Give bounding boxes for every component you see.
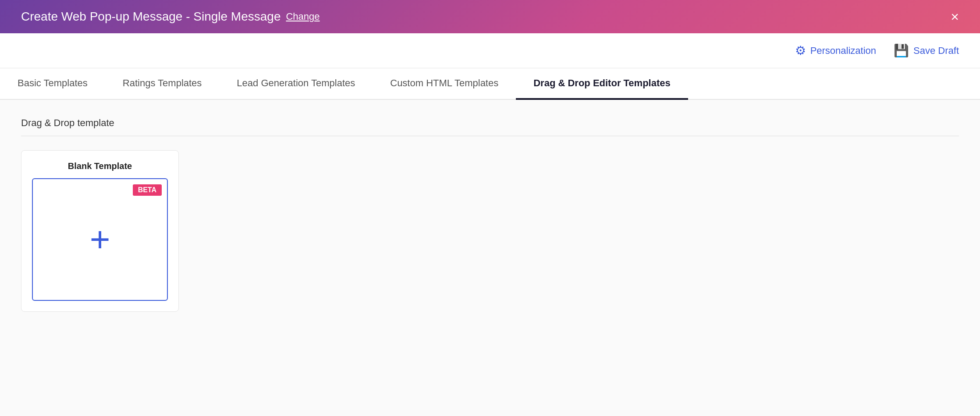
template-card-blank[interactable]: Blank Template BETA + (21, 150, 179, 312)
plus-icon: + (90, 222, 110, 257)
header-title-group: Create Web Pop-up Message - Single Messa… (21, 10, 320, 24)
modal-title: Create Web Pop-up Message - Single Messa… (21, 10, 281, 24)
tab-drag-drop[interactable]: Drag & Drop Editor Templates (516, 68, 688, 100)
gear-icon: ⚙ (795, 43, 806, 58)
content-area: Drag & Drop template Blank Template BETA… (0, 100, 980, 416)
close-button[interactable]: × (951, 10, 959, 24)
tab-basic[interactable]: Basic Templates (0, 68, 105, 100)
personalization-label: Personalization (810, 45, 876, 56)
tab-custom-html[interactable]: Custom HTML Templates (373, 68, 516, 100)
template-card-title: Blank Template (32, 161, 168, 171)
modal-header: Create Web Pop-up Message - Single Messa… (0, 0, 980, 33)
tabs-container: Basic Templates Ratings Templates Lead G… (0, 68, 980, 100)
save-draft-button[interactable]: 💾 Save Draft (894, 43, 959, 58)
template-preview[interactable]: BETA + (32, 178, 168, 301)
templates-grid: Blank Template BETA + (21, 150, 959, 312)
personalization-button[interactable]: ⚙ Personalization (795, 43, 876, 58)
tab-lead-gen[interactable]: Lead Generation Templates (219, 68, 373, 100)
modal-container: Create Web Pop-up Message - Single Messa… (0, 0, 980, 416)
floppy-icon: 💾 (894, 43, 909, 58)
toolbar: ⚙ Personalization 💾 Save Draft (0, 33, 980, 68)
tab-ratings[interactable]: Ratings Templates (105, 68, 220, 100)
section-title: Drag & Drop template (21, 117, 959, 136)
beta-badge: BETA (133, 184, 162, 196)
save-draft-label: Save Draft (913, 45, 959, 56)
change-link[interactable]: Change (286, 11, 320, 22)
